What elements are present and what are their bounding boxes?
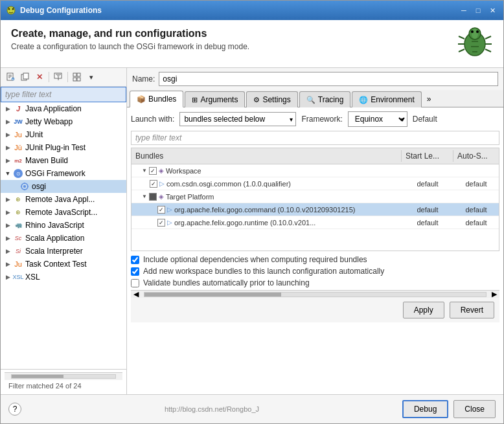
framework-select[interactable]: Equinox: [348, 111, 407, 127]
workspace-label: Workspace: [166, 167, 201, 175]
tree-item-task-context[interactable]: ▶ Ju Task Context Test: [1, 258, 126, 271]
tab-environment[interactable]: 🌐 Environment: [352, 91, 421, 107]
remote-js-icon: ⊛: [14, 208, 23, 217]
svg-rect-35: [73, 78, 76, 81]
tree-item-maven[interactable]: ▶ m2 Maven Build: [1, 154, 126, 167]
tab-arguments[interactable]: ⊞ Arguments: [185, 91, 245, 107]
table-row-felix-runtime[interactable]: ▷ org.apache.felix.gogo.runtime (0.10.0.…: [132, 216, 499, 229]
toolbar-separator-1: [49, 72, 49, 82]
revert-button[interactable]: Revert: [450, 302, 494, 318]
validate-bundles-label: Validate bundles automatically prior to …: [143, 278, 310, 287]
validate-bundles-checkbox[interactable]: [131, 279, 139, 287]
duplicate-button[interactable]: [19, 71, 32, 84]
bundles-filter-input[interactable]: [131, 131, 499, 145]
expand-arrow: ▶: [5, 248, 11, 254]
tab-tracing[interactable]: 🔍 Tracing: [299, 91, 351, 107]
validate-bundles-row: Validate bundles automatically prior to …: [131, 278, 499, 287]
tab-more-button[interactable]: »: [423, 91, 435, 107]
svg-point-8: [471, 30, 474, 33]
settings-tab-icon: ⚙: [253, 96, 260, 104]
delete-button[interactable]: ✕: [33, 71, 46, 84]
launch-with-select[interactable]: bundles selected below: [179, 112, 296, 126]
svg-rect-27: [23, 73, 29, 79]
target-platform-checkbox[interactable]: [149, 193, 157, 201]
tree-item-label: Task Context Test: [25, 260, 87, 269]
main-content: ✕ ▾ ▶ J Java Application: [1, 68, 503, 394]
workspace-checkbox[interactable]: [149, 167, 157, 175]
felix-command-label: org.apache.felix.gogo.command (0.10.0.v2…: [174, 206, 355, 214]
config-name-input[interactable]: [159, 72, 498, 86]
expand-arrow: ▶: [5, 261, 11, 267]
svg-point-38: [23, 185, 26, 188]
config-tree: ▶ J Java Application ▶ JW Jetty Webapp ▶…: [1, 102, 126, 369]
felix-runtime-checkbox[interactable]: [157, 219, 165, 227]
scrollbar-track[interactable]: [144, 292, 487, 297]
table-row-target-platform[interactable]: ▼ ◈ Target Platform: [132, 190, 499, 203]
header-subtitle: Create a configuration to launch the OSG…: [11, 42, 493, 51]
expand-workspace-arrow: ▼: [142, 168, 147, 173]
tree-item-jetty-webapp[interactable]: ▶ JW Jetty Webapp: [1, 115, 126, 128]
tree-item-osgi-framework[interactable]: ▼ ⊙ OSGi Framework: [1, 167, 126, 180]
bundles-filter-row: [131, 131, 499, 145]
left-toolbar: ✕ ▾: [1, 68, 126, 87]
new-workspace-bundles-label: Add new workspace bundles to this launch…: [143, 267, 384, 276]
filter-button[interactable]: [52, 71, 65, 84]
left-panel: ✕ ▾ ▶ J Java Application: [1, 68, 127, 394]
tree-item-remote-js[interactable]: ▶ ⊛ Remote JavaScript...: [1, 206, 126, 219]
tree-filter-input[interactable]: [1, 87, 126, 102]
new-workspace-bundles-checkbox[interactable]: [131, 267, 139, 276]
table-row-workspace[interactable]: ▼ ◈ Workspace: [132, 164, 499, 177]
debug-button[interactable]: Debug: [402, 400, 448, 418]
more-toolbar-button[interactable]: ▾: [85, 71, 98, 84]
svg-line-10: [459, 36, 464, 39]
filter-count: Filter matched 24 of 24: [5, 380, 122, 392]
close-button[interactable]: Close: [453, 400, 496, 418]
tree-item-xsl[interactable]: ▶ XSL XSL: [1, 271, 126, 284]
minimize-button[interactable]: ─: [458, 5, 470, 16]
horizontal-scrollbar-left[interactable]: [5, 372, 122, 380]
table-row-felix-command[interactable]: ▷ org.apache.felix.gogo.command (0.10.0.…: [132, 203, 499, 216]
new-config-button[interactable]: [5, 71, 17, 84]
tab-settings[interactable]: ⚙ Settings: [246, 91, 297, 107]
tree-item-java-application[interactable]: ▶ J Java Application: [1, 102, 126, 115]
tree-item-label: Remote JavaScript...: [25, 208, 97, 217]
debug-bug-icon: [457, 25, 493, 61]
tab-bundles[interactable]: 📦 Bundles: [130, 91, 183, 107]
tree-item-rhino[interactable]: ▶ 🦏 Rhino JavaScript: [1, 219, 126, 232]
felix-command-checkbox[interactable]: [157, 206, 165, 214]
svg-line-15: [485, 49, 491, 52]
tree-item-junit[interactable]: ▶ Ju JUnit: [1, 128, 126, 141]
expand-arrow: ▶: [5, 106, 11, 112]
tree-item-junit-plugin[interactable]: ▶ Jü JUnit Plug-in Test: [1, 141, 126, 154]
workspace-bundle-icon: ◈: [159, 167, 164, 174]
expand-arrow: ▼: [5, 170, 11, 177]
apply-button[interactable]: Apply: [403, 302, 444, 318]
csdn-checkbox[interactable]: [150, 180, 157, 188]
tree-item-remote-java[interactable]: ▶ ⊛ Remote Java Appl...: [1, 193, 126, 206]
tree-item-label: Scala Application: [25, 234, 84, 243]
tree-item-label: Java Application: [25, 104, 82, 113]
tree-item-scala-app[interactable]: ▶ Sc Scala Application: [1, 232, 126, 245]
target-platform-label: Target Platform: [166, 193, 214, 201]
tree-item-osgi[interactable]: osgi: [1, 180, 126, 193]
collapse-all-button[interactable]: [71, 71, 84, 84]
tree-item-label: OSGi Framework: [25, 169, 86, 178]
osgi-config-icon: [20, 182, 29, 191]
maximize-button[interactable]: □: [472, 5, 484, 16]
felix-runtime-start: default: [402, 218, 453, 228]
horizontal-scrollbar-bundles[interactable]: ◀ ▶: [131, 290, 499, 298]
footer-buttons: Debug Close: [402, 400, 496, 418]
bundles-tab-icon: 📦: [137, 95, 146, 104]
tab-settings-label: Settings: [262, 95, 290, 104]
target-platform-cell: ▼ ◈ Target Platform: [132, 192, 402, 202]
title-bar: Debug Configurations ─ □ ✕: [1, 1, 503, 20]
table-row-csdn[interactable]: ▷ com.csdn.osgi.common (1.0.0.qualifier)…: [132, 177, 499, 190]
svg-rect-36: [77, 78, 80, 81]
optional-deps-checkbox[interactable]: [131, 256, 139, 264]
help-button[interactable]: ?: [8, 403, 21, 416]
jetty-icon: JW: [14, 117, 23, 126]
close-window-button[interactable]: ✕: [487, 5, 498, 16]
tree-item-scala-interp[interactable]: ▶ Si Scala Interpreter: [1, 245, 126, 258]
tree-item-label: Scala Interpreter: [25, 247, 83, 256]
col-bundles: Bundles: [132, 150, 402, 162]
